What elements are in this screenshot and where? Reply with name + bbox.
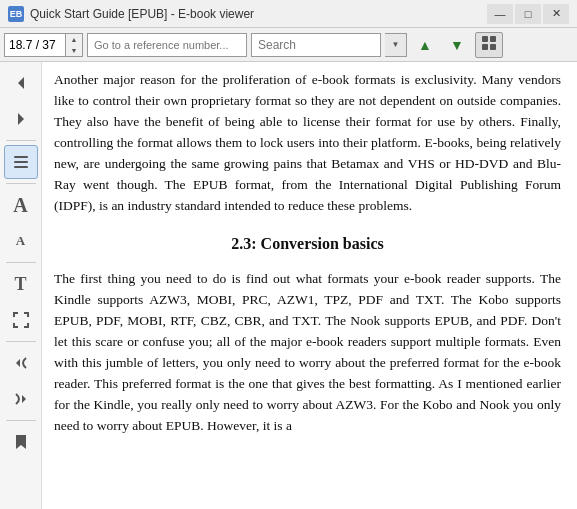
svg-rect-1 <box>490 36 496 42</box>
prev-chapter-button[interactable] <box>4 346 38 380</box>
next-chapter-button[interactable] <box>4 382 38 416</box>
toc-button[interactable] <box>4 145 38 179</box>
sidebar: A A T <box>0 62 42 509</box>
sidebar-divider-3 <box>6 262 36 263</box>
page-input[interactable] <box>5 34 65 56</box>
close-button[interactable]: ✕ <box>543 4 569 24</box>
app-icon: EB <box>8 6 24 22</box>
page-input-group: ▲ ▼ <box>4 33 83 57</box>
content-area[interactable]: Another major reason for the proliferati… <box>42 62 577 509</box>
sidebar-divider-2 <box>6 183 36 184</box>
bookmarks-button[interactable] <box>4 425 38 459</box>
title-bar: EB Quick Start Guide [EPUB] - E-book vie… <box>0 0 577 28</box>
window-title: Quick Start Guide [EPUB] - E-book viewer <box>30 7 254 21</box>
svg-marker-10 <box>22 395 26 403</box>
maximize-button[interactable]: □ <box>515 4 541 24</box>
svg-marker-9 <box>16 359 20 367</box>
toolbar: ▲ ▼ ▼ ▲ ▼ <box>0 28 577 62</box>
minimize-button[interactable]: — <box>487 4 513 24</box>
content-wrapper: Another major reason for the proliferati… <box>42 62 577 509</box>
title-bar-left: EB Quick Start Guide [EPUB] - E-book vie… <box>8 6 254 22</box>
prefs-button[interactable] <box>475 32 503 58</box>
page-down-button[interactable]: ▼ <box>66 45 82 56</box>
svg-rect-2 <box>482 44 488 50</box>
sidebar-divider-5 <box>6 420 36 421</box>
paragraph-2: The first thing you need to do is find o… <box>54 269 561 436</box>
svg-rect-3 <box>490 44 496 50</box>
sidebar-divider-1 <box>6 140 36 141</box>
nav-down-icon: ▼ <box>450 37 464 53</box>
search-input[interactable] <box>251 33 381 57</box>
back-button[interactable] <box>4 66 38 100</box>
svg-rect-0 <box>482 36 488 42</box>
nav-up-icon: ▲ <box>418 37 432 53</box>
svg-rect-6 <box>14 156 28 158</box>
main-area: A A T <box>0 62 577 509</box>
svg-rect-8 <box>14 166 28 168</box>
nav-down-button[interactable]: ▼ <box>443 32 471 58</box>
page-up-button[interactable]: ▲ <box>66 34 82 45</box>
font-larger-button[interactable]: A <box>4 188 38 222</box>
book-text: Another major reason for the proliferati… <box>54 70 561 437</box>
svg-rect-7 <box>14 161 28 163</box>
search-dropdown-button[interactable]: ▼ <box>385 33 407 57</box>
page-spinner: ▲ ▼ <box>65 34 82 56</box>
sidebar-divider-4 <box>6 341 36 342</box>
window-controls: — □ ✕ <box>487 4 569 24</box>
text-style-button[interactable]: T <box>4 267 38 301</box>
svg-marker-5 <box>18 113 24 125</box>
paragraph-1: Another major reason for the proliferati… <box>54 70 561 216</box>
fullscreen-button[interactable] <box>4 303 38 337</box>
ref-input[interactable] <box>87 33 247 57</box>
nav-up-button[interactable]: ▲ <box>411 32 439 58</box>
font-smaller-button[interactable]: A <box>4 224 38 258</box>
section-heading: 2.3: Conversion basics <box>54 232 561 257</box>
prefs-icon <box>481 35 497 54</box>
svg-marker-4 <box>18 77 24 89</box>
forward-button[interactable] <box>4 102 38 136</box>
